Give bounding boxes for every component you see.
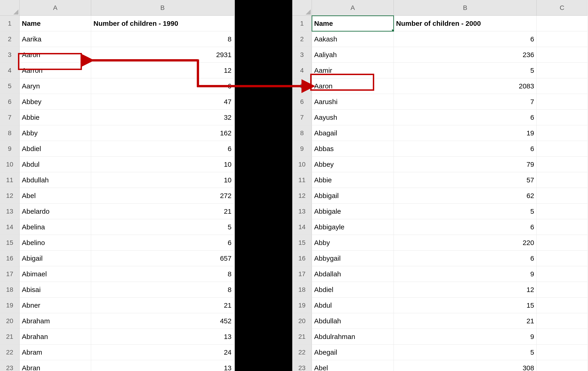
name-cell[interactable]: Abdiel — [20, 141, 91, 157]
name-cell[interactable]: Aaryn — [20, 78, 91, 94]
empty-cell[interactable] — [537, 313, 588, 329]
empty-cell[interactable] — [537, 63, 588, 78]
count-cell[interactable]: 15 — [394, 297, 537, 313]
name-cell[interactable]: Aayush — [312, 110, 394, 125]
row-header[interactable]: 23 — [0, 360, 20, 371]
empty-cell[interactable] — [537, 78, 588, 94]
count-cell[interactable]: 47 — [91, 94, 234, 110]
col-header-A[interactable]: A — [20, 0, 91, 16]
empty-cell[interactable] — [537, 297, 588, 313]
header-count-cell[interactable]: Number of children - 2000 — [394, 16, 537, 31]
row-header[interactable]: 9 — [292, 141, 312, 157]
row-header[interactable]: 1 — [0, 16, 20, 31]
name-cell[interactable]: Abbey — [312, 157, 394, 172]
empty-cell[interactable] — [537, 360, 588, 371]
count-cell[interactable]: 2931 — [91, 47, 234, 63]
name-cell[interactable]: Abdullah — [312, 313, 394, 329]
count-cell[interactable]: 2083 — [394, 78, 537, 94]
row-header[interactable]: 20 — [0, 313, 20, 329]
header-name-cell[interactable]: Name — [20, 16, 91, 31]
count-cell[interactable]: 6 — [394, 110, 537, 125]
count-cell[interactable]: 32 — [91, 110, 234, 125]
col-header-B[interactable]: B — [91, 0, 234, 16]
row-header[interactable]: 18 — [0, 282, 20, 297]
name-cell[interactable]: Abraham — [20, 313, 91, 329]
col-header-A[interactable]: A — [312, 0, 394, 16]
name-cell[interactable]: Abbie — [312, 172, 394, 188]
name-cell[interactable]: Aamir — [312, 63, 394, 78]
count-cell[interactable]: 79 — [394, 157, 537, 172]
name-cell[interactable]: Abimael — [20, 266, 91, 282]
count-cell[interactable]: 12 — [91, 63, 234, 78]
row-header[interactable]: 17 — [292, 266, 312, 282]
empty-cell[interactable] — [537, 204, 588, 219]
count-cell[interactable]: 9 — [394, 266, 537, 282]
count-cell[interactable]: 8 — [91, 266, 234, 282]
row-header[interactable]: 4 — [292, 63, 312, 78]
name-cell[interactable]: Abbigale — [312, 204, 394, 219]
row-header[interactable]: 12 — [0, 188, 20, 204]
row-header[interactable]: 21 — [0, 329, 20, 345]
row-header[interactable]: 23 — [292, 360, 312, 371]
count-cell[interactable]: 7 — [394, 94, 537, 110]
row-header[interactable]: 13 — [292, 204, 312, 219]
name-cell[interactable]: Abbygail — [312, 251, 394, 266]
count-cell[interactable]: 272 — [91, 188, 234, 204]
row-header[interactable]: 19 — [292, 297, 312, 313]
count-cell[interactable]: 5 — [394, 345, 537, 360]
row-header[interactable]: 2 — [0, 31, 20, 47]
count-cell[interactable]: 8 — [91, 282, 234, 297]
right-grid[interactable]: A B C 1 Name Number of children - 2000 2… — [292, 0, 588, 371]
name-cell[interactable]: Abelardo — [20, 204, 91, 219]
col-header-B[interactable]: B — [394, 0, 537, 16]
row-header[interactable]: 22 — [292, 345, 312, 360]
name-cell[interactable]: Abdullah — [20, 172, 91, 188]
name-cell[interactable]: Abelina — [20, 219, 91, 235]
count-cell[interactable]: 5 — [394, 204, 537, 219]
count-cell[interactable]: 452 — [91, 313, 234, 329]
row-header[interactable]: 9 — [0, 141, 20, 157]
name-cell[interactable]: Aaron — [20, 47, 91, 63]
count-cell[interactable]: 220 — [394, 235, 537, 251]
empty-cell[interactable] — [537, 110, 588, 125]
left-grid[interactable]: A B 1 Name Number of children - 1990 2Aa… — [0, 0, 234, 371]
name-cell[interactable]: Abby — [312, 235, 394, 251]
row-header[interactable]: 3 — [0, 47, 20, 63]
count-cell[interactable]: 21 — [91, 297, 234, 313]
count-cell[interactable]: 6 — [394, 219, 537, 235]
row-header[interactable]: 21 — [292, 329, 312, 345]
row-header[interactable]: 3 — [292, 47, 312, 63]
row-header[interactable]: 16 — [292, 251, 312, 266]
name-cell[interactable]: Abdul — [312, 297, 394, 313]
row-header[interactable]: 19 — [0, 297, 20, 313]
count-cell[interactable]: 10 — [91, 157, 234, 172]
name-cell[interactable]: Abelino — [20, 235, 91, 251]
name-cell[interactable]: Abel — [312, 360, 394, 371]
empty-cell[interactable] — [537, 266, 588, 282]
name-cell[interactable]: Abbas — [312, 141, 394, 157]
row-header[interactable]: 8 — [0, 125, 20, 141]
empty-cell[interactable] — [537, 125, 588, 141]
empty-cell[interactable] — [537, 141, 588, 157]
row-header[interactable]: 4 — [0, 63, 20, 78]
row-header[interactable]: 1 — [292, 16, 312, 31]
name-cell[interactable]: Aakash — [312, 31, 394, 47]
name-cell[interactable]: Abegail — [312, 345, 394, 360]
row-header[interactable]: 14 — [292, 219, 312, 235]
select-all-corner[interactable] — [0, 0, 20, 16]
count-cell[interactable]: 6 — [394, 141, 537, 157]
count-cell[interactable]: 57 — [394, 172, 537, 188]
header-name-cell-selected[interactable]: Name — [312, 16, 394, 31]
name-cell[interactable]: Abigail — [20, 251, 91, 266]
row-header[interactable]: 18 — [292, 282, 312, 297]
count-cell[interactable]: 5 — [91, 219, 234, 235]
row-header[interactable]: 13 — [0, 204, 20, 219]
row-header[interactable]: 7 — [0, 110, 20, 125]
name-cell[interactable]: Abby — [20, 125, 91, 141]
row-header[interactable]: 5 — [292, 78, 312, 94]
name-cell[interactable]: Abbigayle — [312, 219, 394, 235]
count-cell[interactable]: 6 — [91, 235, 234, 251]
empty-cell[interactable] — [537, 235, 588, 251]
row-header[interactable]: 11 — [292, 172, 312, 188]
name-cell[interactable]: Abbie — [20, 110, 91, 125]
